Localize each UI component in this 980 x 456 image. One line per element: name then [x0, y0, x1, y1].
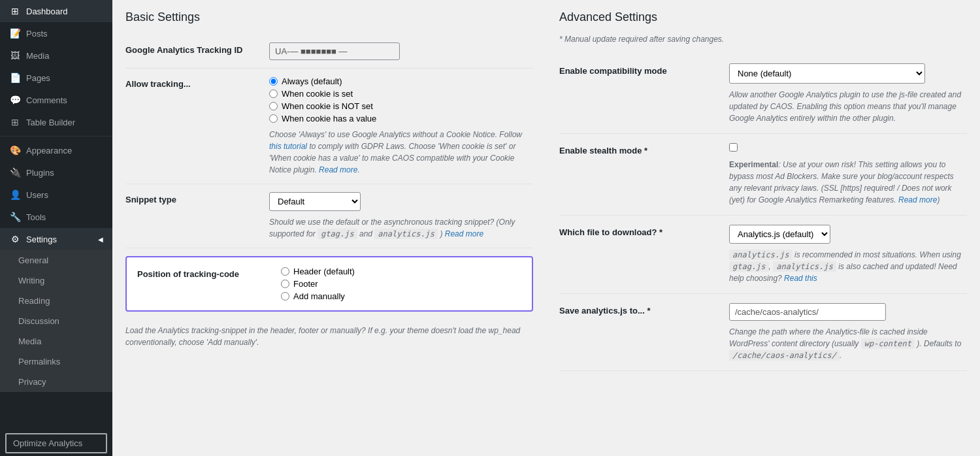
- snippet-type-select[interactable]: Default: [269, 192, 361, 211]
- radio-cookie-not-set-input[interactable]: [269, 102, 278, 110]
- settings-icon: ⚙: [9, 233, 21, 245]
- sidebar-item-tools[interactable]: 🔧 Tools: [0, 206, 112, 228]
- sidebar-item-plugins-label: Plugins: [26, 168, 54, 178]
- manual-note: * Manual update required after saving ch…: [559, 35, 967, 44]
- tracking-position-label: Position of tracking-code: [137, 267, 268, 279]
- save-to-control: Change the path where the Analytics-file…: [729, 303, 967, 361]
- compat-mode-select[interactable]: None (default): [729, 63, 925, 84]
- table-builder-icon: ⊞: [9, 116, 21, 128]
- sidebar-item-posts[interactable]: 📝 Posts: [0, 22, 112, 44]
- submenu-item-discussion[interactable]: Discussion: [0, 311, 112, 331]
- main-content: Basic Settings Google Analytics Tracking…: [112, 0, 980, 456]
- radio-header-input[interactable]: [281, 267, 289, 276]
- posts-icon: 📝: [9, 27, 21, 39]
- appearance-icon: 🎨: [9, 144, 21, 156]
- compat-mode-row: Enable compatibility mode None (default)…: [559, 54, 967, 134]
- optimize-analytics-menu-item[interactable]: Optimize Analytics: [5, 433, 107, 453]
- settings-submenu: General Writing Reading Discussion Media…: [0, 250, 112, 392]
- tracking-id-row: Google Analytics Tracking ID: [125, 35, 533, 69]
- sidebar-item-pages-label: Pages: [26, 73, 50, 83]
- read-this-link[interactable]: Read this: [784, 274, 817, 283]
- wp-content-code: wp-content: [861, 338, 915, 349]
- file-download-select[interactable]: Analytics.js (default): [729, 225, 830, 244]
- radio-always-input[interactable]: [269, 77, 278, 86]
- submenu-item-privacy[interactable]: Privacy: [0, 372, 112, 392]
- radio-cookie-set-input[interactable]: [269, 90, 278, 98]
- radio-footer[interactable]: Footer: [281, 279, 521, 289]
- plugins-icon: 🔌: [9, 167, 21, 178]
- tutorial-link[interactable]: this tutorial: [269, 142, 307, 151]
- save-to-input[interactable]: [729, 303, 886, 321]
- allow-tracking-read-more-link[interactable]: Read more: [319, 165, 357, 174]
- sidebar-item-table-builder[interactable]: ⊞ Table Builder: [0, 111, 112, 133]
- radio-always[interactable]: Always (default): [269, 76, 533, 86]
- submenu-general-label: General: [18, 255, 48, 265]
- tracking-position-radio-group: Header (default) Footer Add manually: [281, 267, 521, 301]
- sidebar-item-dashboard[interactable]: ⊞ Dashboard: [0, 0, 112, 22]
- radio-cookie-value-input[interactable]: [269, 114, 278, 123]
- submenu-item-writing[interactable]: Writing: [0, 270, 112, 291]
- submenu-media-label: Media: [18, 336, 41, 346]
- save-to-row: Save analytics.js to... * Change the pat…: [559, 294, 967, 371]
- sidebar-item-pages[interactable]: 📄 Pages: [0, 67, 112, 89]
- sidebar-item-users[interactable]: 👤 Users: [0, 184, 112, 206]
- pages-icon: 📄: [9, 72, 21, 84]
- sidebar-item-appearance[interactable]: 🎨 Appearance: [0, 139, 112, 161]
- sidebar-item-tools-label: Tools: [26, 212, 46, 222]
- sidebar-item-media[interactable]: 🖼 Media: [0, 44, 112, 67]
- media-icon: 🖼: [9, 50, 21, 61]
- radio-cookie-value[interactable]: When cookie has a value: [269, 114, 533, 123]
- stealth-read-more-link[interactable]: Read more: [898, 195, 937, 204]
- advanced-settings-panel: Advanced Settings * Manual update requir…: [559, 10, 967, 371]
- save-to-default-code: /cache/caos-analytics/: [729, 350, 840, 361]
- submenu-discussion-label: Discussion: [18, 316, 59, 326]
- radio-footer-label: Footer: [293, 279, 318, 289]
- sidebar-item-users-label: Users: [26, 190, 48, 200]
- sidebar-item-comments[interactable]: 💬 Comments: [0, 89, 112, 111]
- radio-manually[interactable]: Add manually: [281, 291, 521, 301]
- file-download-control: Analytics.js (default) analytics.js is r…: [729, 225, 967, 284]
- tracking-id-control: [269, 42, 533, 60]
- gtag-code: gtag.js: [318, 229, 357, 239]
- submenu-reading-label: Reading: [18, 296, 50, 306]
- submenu-privacy-label: Privacy: [18, 377, 46, 387]
- tools-icon: 🔧: [9, 211, 21, 223]
- submenu-writing-label: Writing: [18, 276, 44, 285]
- radio-cookie-not-set[interactable]: When cookie is NOT set: [269, 101, 533, 111]
- radio-header[interactable]: Header (default): [281, 267, 521, 276]
- analytics-js-code: analytics.js: [729, 250, 792, 260]
- analytics-js-code2: analytics.js: [773, 261, 836, 272]
- snippet-read-more-link[interactable]: Read more: [445, 229, 483, 238]
- stealth-mode-checkbox[interactable]: [729, 143, 738, 152]
- sidebar-item-settings-label: Settings: [26, 235, 57, 244]
- compat-mode-label: Enable compatibility mode: [559, 63, 729, 76]
- compat-mode-help: Allow another Google Analytics plugin to…: [729, 89, 967, 124]
- radio-manually-label: Add manually: [293, 291, 345, 301]
- submenu-item-reading[interactable]: Reading: [0, 291, 112, 311]
- sidebar-item-plugins[interactable]: 🔌 Plugins: [0, 161, 112, 184]
- stealth-mode-control: Experimental: Use at your own risk! This…: [729, 143, 967, 206]
- sidebar-item-settings[interactable]: ⚙ Settings ◀: [0, 228, 112, 250]
- tracking-position-control: Header (default) Footer Add manually: [281, 267, 521, 301]
- sidebar-item-table-builder-label: Table Builder: [26, 118, 75, 127]
- tracking-position-row: Position of tracking-code Header (defaul…: [125, 248, 533, 319]
- submenu-item-general[interactable]: General: [0, 250, 112, 270]
- submenu-item-media[interactable]: Media: [0, 331, 112, 351]
- radio-always-label: Always (default): [282, 76, 342, 86]
- file-download-label: Which file to download? *: [559, 225, 729, 237]
- sidebar-item-comments-label: Comments: [26, 95, 67, 105]
- radio-header-label: Header (default): [293, 267, 355, 276]
- allow-tracking-row: Allow tracking... Always (default) When …: [125, 69, 533, 184]
- dashboard-icon: ⊞: [9, 5, 21, 17]
- submenu-item-permalinks[interactable]: Permalinks: [0, 351, 112, 372]
- chevron-right-icon: ◀: [98, 236, 103, 243]
- tracking-id-input[interactable]: [269, 42, 400, 60]
- save-to-label: Save analytics.js to... *: [559, 303, 729, 316]
- file-download-row: Which file to download? * Analytics.js (…: [559, 216, 967, 294]
- radio-manually-input[interactable]: [281, 292, 289, 301]
- tracking-id-label: Google Analytics Tracking ID: [125, 42, 269, 55]
- radio-cookie-not-set-label: When cookie is NOT set: [282, 101, 373, 111]
- radio-cookie-set-label: When cookie is set: [282, 89, 353, 99]
- radio-cookie-set[interactable]: When cookie is set: [269, 89, 533, 99]
- radio-footer-input[interactable]: [281, 280, 289, 288]
